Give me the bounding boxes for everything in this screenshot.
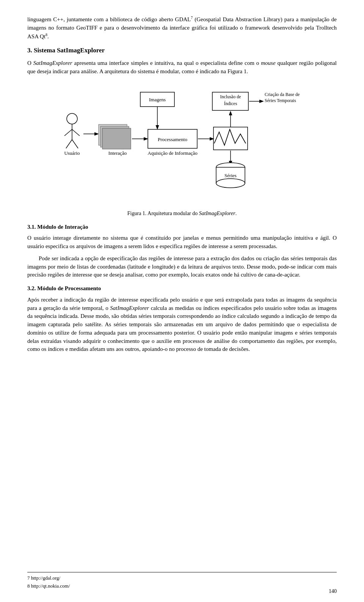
footnote-qt-text: 8 http://qt.nokia.com/ (27, 583, 70, 589)
section32-title: 3.2. Módulo de Processamento (27, 284, 337, 293)
figure-caption-suffix: . (235, 211, 237, 216)
section31-title: 3.1. Módulo de Interação (27, 223, 337, 231)
svg-line-5 (72, 140, 78, 148)
page: linguagem C++, juntamente com a bibliote… (0, 0, 364, 602)
usuario-label: Usuário (64, 150, 80, 156)
section31-body1: O usuário interage diretamente no sistem… (27, 234, 337, 251)
svg-line-2 (64, 129, 72, 136)
indices-label: Índices (224, 101, 237, 106)
figure-caption-italic: SatImagExplorer (199, 211, 235, 216)
svg-point-22 (216, 179, 245, 188)
imagens-label: Imagens (149, 97, 166, 102)
footnote-gdal: 7 http://gdal.org/ (27, 575, 337, 582)
svg-point-0 (67, 113, 77, 124)
svg-rect-9 (102, 128, 131, 149)
footnote-ref-gdal: 7 (191, 16, 193, 20)
section3-title: 3. Sistema SatImagExplorer (27, 46, 337, 55)
criacao-label: Criação da Base de (265, 92, 300, 97)
architecture-diagram: Usuário Interação Processamento Aquisiçã… (49, 85, 315, 206)
figure-caption: Figura 1. Arquitetura modular do SatImag… (127, 210, 237, 217)
svg-line-4 (66, 140, 72, 148)
section31-body2: Pode ser indicada a opção de especificaç… (27, 255, 337, 279)
svg-line-3 (72, 129, 80, 136)
series-label: Séries (224, 173, 237, 178)
intro-paragraph: linguagem C++, juntamente com a bibliote… (27, 15, 337, 41)
figure1-container: Usuário Interação Processamento Aquisiçã… (27, 85, 337, 217)
footnote-gdal-text: 7 http://gdal.org/ (27, 575, 60, 581)
intro-text-3: . (47, 33, 49, 39)
section3-body1: O SatImagExplorer apresenta uma interfac… (27, 59, 337, 76)
processamento-label: Processamento (158, 137, 187, 142)
interacao-label: Interação (108, 150, 127, 156)
footnotes-section: 7 http://gdal.org/ 8 http://qt.nokia.com… (27, 572, 337, 591)
inclusao-label: Inclusão de (220, 94, 241, 99)
footnote-qt: 8 http://qt.nokia.com/ (27, 583, 337, 590)
figure-caption-prefix: Figura 1. Arquitetura modular do (127, 211, 199, 216)
aquisicao-label: Aquisição de Informação (147, 150, 197, 156)
section32-body1: Após receber a indicação da região de in… (27, 296, 337, 354)
series-temporais-label: Séries Temporais (265, 98, 296, 103)
page-number: 140 (329, 588, 337, 595)
intro-text-1: linguagem C++, juntamente com a bibliote… (27, 16, 191, 22)
